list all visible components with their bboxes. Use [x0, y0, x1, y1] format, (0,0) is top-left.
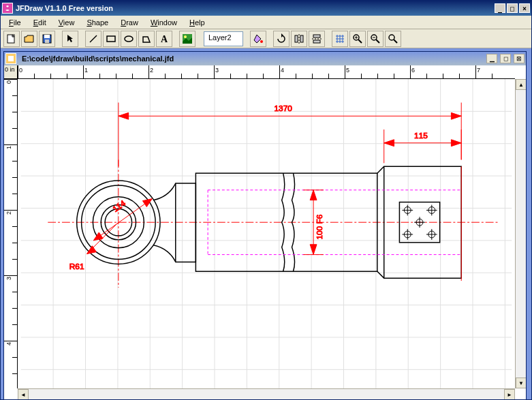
svg-marker-87	[119, 112, 129, 119]
svg-marker-98	[87, 246, 96, 254]
grid-button[interactable]	[332, 31, 348, 47]
svg-rect-11	[295, 35, 298, 42]
zoom-in-button[interactable]	[349, 31, 366, 47]
polygon-button[interactable]	[138, 31, 155, 47]
scroll-up-button[interactable]: ▲	[516, 79, 526, 90]
menu-draw[interactable]: Draw	[115, 17, 144, 28]
ellipse-button[interactable]	[121, 31, 137, 47]
doc-path: E:\code\jfdraw\build\scripts\mechanical.…	[22, 55, 484, 63]
svg-line-4	[90, 35, 97, 42]
dim-100f6-label: 100 F6	[315, 214, 324, 239]
dim-r61-label: R61	[69, 262, 84, 271]
maximize-button[interactable]: □	[507, 3, 518, 13]
dim-114: 114	[93, 198, 152, 241]
dim-115-label: 115	[414, 131, 428, 140]
ruler-vertical: 0 1 2 3 4	[4, 79, 18, 388]
menu-window[interactable]: Window	[145, 17, 183, 28]
dim-115: 115	[384, 129, 462, 163]
drawing-area: 0 in 0 1 2 3 4 5 6 7 0 1 2 3 4	[4, 65, 526, 399]
svg-rect-2	[44, 35, 50, 38]
rotate-button[interactable]	[273, 31, 290, 47]
menu-view[interactable]: View	[53, 17, 80, 28]
svg-line-24	[358, 40, 362, 43]
zoom-fit-button[interactable]	[385, 31, 401, 47]
svg-rect-14	[313, 35, 320, 37]
text-button[interactable]: A	[156, 31, 172, 47]
document-window: E:\code\jfdraw\build\scripts\mechanical.…	[3, 51, 527, 399]
doc-titlebar[interactable]: E:\code\jfdraw\build\scripts\mechanical.…	[4, 52, 526, 65]
java-icon	[2, 3, 13, 14]
pointer-button[interactable]	[62, 31, 78, 47]
svg-marker-96	[142, 199, 152, 207]
svg-rect-12	[300, 35, 303, 42]
mdi-area: E:\code\jfdraw\build\scripts\mechanical.…	[1, 48, 531, 399]
grid	[21, 79, 512, 388]
svg-point-6	[125, 36, 133, 42]
menu-help[interactable]: Help	[184, 17, 210, 28]
menu-shape[interactable]: Shape	[81, 17, 114, 28]
save-button[interactable]	[39, 31, 55, 47]
line-button[interactable]	[85, 31, 101, 47]
toolbar: A Layer2	[1, 29, 531, 48]
image-button[interactable]	[179, 31, 195, 47]
menu-file[interactable]: File	[3, 17, 27, 28]
scroll-v-track[interactable]	[516, 90, 526, 378]
doc-max-button[interactable]: ◻	[500, 54, 511, 63]
svg-line-31	[394, 40, 397, 43]
svg-marker-88	[451, 112, 461, 119]
scrollbar-v[interactable]: ▲ ▼	[515, 79, 526, 388]
doc-icon	[5, 53, 16, 64]
minimize-button[interactable]: _	[495, 3, 505, 13]
scroll-h-track[interactable]	[29, 389, 504, 399]
doc-min-button[interactable]: ▁	[486, 54, 497, 63]
scroll-down-button[interactable]: ▼	[516, 378, 526, 388]
menubar: File Edit View Shape Draw Window Help	[1, 16, 531, 29]
doc-close-button[interactable]: ⊠	[514, 54, 525, 63]
svg-rect-5	[107, 36, 115, 42]
svg-text:A: A	[161, 34, 168, 44]
close-button[interactable]: ×	[519, 3, 530, 13]
flip-h-button[interactable]	[291, 31, 307, 47]
svg-rect-3	[45, 40, 49, 43]
menu-edit[interactable]: Edit	[28, 17, 52, 28]
open-button[interactable]	[21, 31, 37, 47]
app-window: JFDraw V1.1.0 Free version _ □ × File Ed…	[0, 0, 532, 400]
scroll-left-button[interactable]: ◄	[18, 389, 29, 399]
svg-point-9	[184, 35, 187, 38]
ruler-horizontal: 0 1 2 3 4 5 6 7	[18, 65, 515, 79]
svg-line-28	[376, 40, 379, 43]
ruler-origin: 0 in	[4, 65, 18, 79]
svg-point-30	[389, 35, 394, 40]
svg-marker-92	[384, 140, 394, 147]
dim-1370: 1370	[119, 103, 461, 167]
new-button[interactable]	[3, 31, 20, 47]
rectangle-button[interactable]	[103, 31, 119, 47]
titlebar[interactable]: JFDraw V1.1.0 Free version _ □ ×	[1, 1, 531, 16]
dim-114-label: 114	[111, 198, 128, 214]
canvas[interactable]: 1370 115	[18, 79, 515, 388]
dim-1370-label: 1370	[275, 104, 293, 113]
svg-marker-93	[451, 140, 461, 147]
svg-rect-15	[313, 40, 320, 43]
flip-v-button[interactable]	[309, 31, 325, 47]
fill-button[interactable]	[250, 31, 266, 47]
layer-selector[interactable]: Layer2	[204, 31, 243, 46]
zoom-out-button[interactable]	[367, 31, 384, 47]
scroll-right-button[interactable]: ►	[504, 389, 515, 399]
svg-rect-32	[8, 56, 14, 61]
title-text: JFDraw V1.1.0 Free version	[16, 4, 495, 12]
scrollbar-h[interactable]: ◄ ►	[18, 388, 515, 399]
svg-point-10	[260, 40, 263, 43]
